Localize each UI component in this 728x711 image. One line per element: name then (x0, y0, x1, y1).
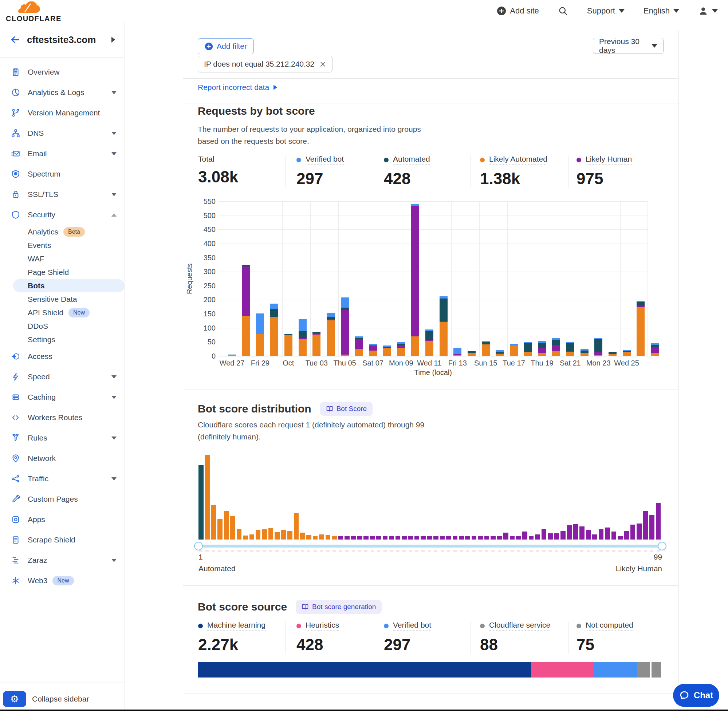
stat-label[interactable]: Likely Human (586, 155, 632, 165)
histogram-bar[interactable] (522, 531, 527, 540)
histogram-bar[interactable] (548, 533, 553, 540)
bar-segment-likely-human[interactable] (496, 353, 504, 354)
histogram-bar[interactable] (287, 531, 292, 540)
histogram-bar[interactable] (453, 536, 458, 540)
histogram-bar[interactable] (243, 535, 248, 540)
stat-label[interactable]: Verified bot (393, 621, 431, 631)
histogram-bar[interactable] (542, 529, 546, 540)
bar-segment-automated[interactable] (228, 355, 236, 356)
bar-segment-likely-human[interactable] (397, 345, 405, 348)
stat-label[interactable]: Machine learning (207, 621, 266, 631)
bar-segment-automated[interactable] (580, 351, 589, 353)
histogram-bar[interactable] (237, 529, 242, 540)
histogram-bar[interactable] (503, 533, 508, 540)
bar-segment-likely-human[interactable] (651, 347, 659, 353)
bar-segment-likely-automated[interactable] (369, 351, 377, 356)
bar-segment-likely-automated[interactable] (270, 317, 278, 356)
bar-segment-automated[interactable] (425, 331, 433, 340)
bar-segment-verified-bot[interactable] (327, 313, 335, 317)
source-segment-cloudflare-service[interactable] (637, 662, 650, 677)
histogram-bar[interactable] (592, 534, 597, 540)
bar-segment-likely-human[interactable] (355, 339, 363, 349)
bar-segment-verified-bot[interactable] (383, 345, 391, 347)
bar-segment-automated[interactable] (538, 343, 546, 348)
bar-segment-likely-human[interactable] (425, 340, 433, 341)
bar-segment-automated[interactable] (270, 309, 278, 317)
sidebar-item-page-shield[interactable]: Page Shield (0, 266, 124, 279)
bar-segment-likely-automated[interactable] (510, 345, 518, 356)
sidebar-item-spectrum[interactable]: Spectrum (0, 164, 124, 184)
report-incorrect-data-link[interactable]: Report incorrect data (198, 83, 277, 92)
bar-segment-verified-bot[interactable] (425, 329, 433, 331)
bar-segment-verified-bot[interactable] (341, 298, 349, 308)
histogram-bar[interactable] (624, 531, 629, 540)
bar-segment-likely-automated[interactable] (425, 341, 433, 356)
bar-segment-likely-automated[interactable] (440, 322, 447, 356)
bar-segment-automated[interactable] (566, 343, 574, 351)
histogram-bar[interactable] (636, 524, 642, 540)
histogram-bar[interactable] (332, 536, 337, 540)
stat-label[interactable]: Automated (393, 155, 430, 165)
sidebar-item-waf[interactable]: WAF (0, 252, 124, 266)
sidebar-item-analytics[interactable]: AnalyticsBeta (0, 225, 124, 239)
sidebar-item-custom-pages[interactable]: Custom Pages (0, 489, 124, 509)
source-segment-machine-learning[interactable] (198, 662, 531, 677)
bar-segment-automated[interactable] (440, 298, 447, 321)
bar-segment-likely-automated[interactable] (524, 352, 532, 356)
bar-segment-likely-human[interactable] (327, 319, 335, 320)
bar-segment-likely-human[interactable] (242, 267, 250, 316)
filter-chip[interactable]: IP does not equal 35.212.240.32 (198, 56, 332, 72)
bot-score-generation-pill[interactable]: Bot score generation (296, 600, 382, 614)
histogram-bar[interactable] (198, 465, 204, 540)
histogram-bar[interactable] (351, 536, 356, 540)
sidebar-item-version-management[interactable]: Version Management (0, 103, 124, 123)
bar-segment-likely-automated[interactable] (256, 334, 264, 356)
histogram-bar[interactable] (554, 533, 560, 540)
bar-segment-verified-bot[interactable] (298, 319, 307, 331)
search-icon[interactable] (558, 6, 568, 16)
bar-segment-automated[interactable] (284, 334, 292, 335)
histogram-bar[interactable] (402, 536, 407, 540)
sidebar-item-events[interactable]: Events (0, 239, 124, 252)
histogram-bar[interactable] (275, 532, 280, 540)
bar-segment-likely-human[interactable] (298, 338, 307, 339)
bar-segment-verified-bot[interactable] (397, 342, 405, 344)
bar-segment-likely-automated[interactable] (651, 353, 659, 356)
histogram-bar[interactable] (516, 536, 521, 540)
sidebar-item-sensitive-data[interactable]: Sensitive Data (0, 292, 124, 306)
bar-segment-automated[interactable] (298, 331, 307, 338)
bar-segment-likely-automated[interactable] (327, 320, 335, 356)
sidebar-item-zaraz[interactable]: Zaraz (0, 550, 124, 571)
bar-segment-automated[interactable] (468, 351, 475, 353)
histogram-bar[interactable] (472, 536, 477, 540)
bar-segment-verified-bot[interactable] (440, 296, 447, 298)
bar-segment-likely-automated[interactable] (298, 339, 307, 356)
bar-segment-verified-bot[interactable] (270, 304, 278, 309)
histogram-bar[interactable] (440, 536, 445, 540)
bar-segment-likely-human[interactable] (594, 352, 602, 355)
bar-segment-likely-automated[interactable] (538, 353, 546, 356)
bar-segment-likely-automated[interactable] (411, 336, 419, 356)
histogram-bar[interactable] (459, 536, 464, 540)
histogram-bar[interactable] (618, 536, 623, 540)
histogram-bar[interactable] (567, 525, 572, 540)
bar-segment-automated[interactable] (482, 341, 490, 344)
stat-label[interactable]: Heuristics (306, 621, 339, 631)
add-site-button[interactable]: Add site (497, 6, 539, 16)
histogram-bar[interactable] (656, 503, 661, 540)
bar-segment-likely-automated[interactable] (580, 353, 589, 356)
sidebar-item-security[interactable]: Security (0, 205, 124, 225)
bar-segment-automated[interactable] (341, 308, 349, 310)
histogram-bar[interactable] (250, 534, 255, 540)
histogram-bar[interactable] (497, 536, 502, 540)
bar-segment-likely-automated[interactable] (636, 307, 645, 356)
bar-segment-likely-automated[interactable] (482, 344, 490, 356)
bar-segment-likely-automated[interactable] (453, 355, 461, 356)
bar-segment-automated[interactable] (636, 302, 645, 306)
source-segment-not-computed[interactable] (651, 662, 661, 677)
bar-segment-verified-bot[interactable] (580, 349, 589, 351)
histogram-bar[interactable] (313, 536, 318, 540)
sidebar-item-dns[interactable]: DNS (0, 123, 124, 143)
bar-segment-automated[interactable] (355, 338, 363, 339)
histogram-bar[interactable] (465, 536, 470, 540)
